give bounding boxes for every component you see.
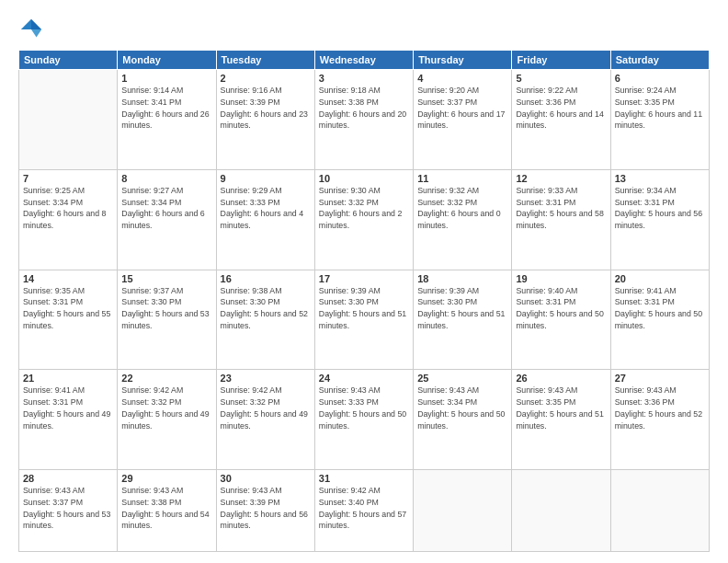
calendar-day-cell: 6Sunrise: 9:24 AM Sunset: 3:35 PM Daylig… <box>610 70 709 170</box>
day-info: Sunrise: 9:43 AM Sunset: 3:37 PM Dayligh… <box>23 485 113 532</box>
calendar-day-cell: 1Sunrise: 9:14 AM Sunset: 3:41 PM Daylig… <box>118 70 216 170</box>
day-info: Sunrise: 9:18 AM Sunset: 3:38 PM Dayligh… <box>319 85 409 132</box>
day-info: Sunrise: 9:29 AM Sunset: 3:33 PM Dayligh… <box>221 185 311 232</box>
day-number: 1 <box>121 73 211 84</box>
calendar-day-cell: 3Sunrise: 9:18 AM Sunset: 3:38 PM Daylig… <box>314 70 413 170</box>
calendar-day-cell: 18Sunrise: 9:39 AM Sunset: 3:30 PM Dayli… <box>414 270 512 370</box>
header <box>18 17 710 42</box>
day-info: Sunrise: 9:41 AM Sunset: 3:31 PM Dayligh… <box>615 285 705 332</box>
day-info: Sunrise: 9:16 AM Sunset: 3:39 PM Dayligh… <box>221 85 311 132</box>
calendar-day-header: Wednesday <box>314 51 413 70</box>
calendar-day-cell: 22Sunrise: 9:42 AM Sunset: 3:32 PM Dayli… <box>118 370 216 470</box>
day-info: Sunrise: 9:24 AM Sunset: 3:35 PM Dayligh… <box>615 85 705 132</box>
day-number: 28 <box>23 473 113 484</box>
calendar-day-cell: 28Sunrise: 9:43 AM Sunset: 3:37 PM Dayli… <box>19 470 118 552</box>
day-number: 25 <box>417 373 507 384</box>
day-number: 30 <box>221 473 311 484</box>
calendar-day-cell: 19Sunrise: 9:40 AM Sunset: 3:31 PM Dayli… <box>512 270 610 370</box>
day-number: 23 <box>221 373 311 384</box>
day-number: 6 <box>615 73 705 84</box>
calendar-day-cell: 13Sunrise: 9:34 AM Sunset: 3:31 PM Dayli… <box>610 169 709 270</box>
day-number: 22 <box>121 373 211 384</box>
calendar-day-cell: 2Sunrise: 9:16 AM Sunset: 3:39 PM Daylig… <box>216 70 314 170</box>
page: SundayMondayTuesdayWednesdayThursdayFrid… <box>0 0 728 563</box>
day-info: Sunrise: 9:43 AM Sunset: 3:33 PM Dayligh… <box>319 385 409 431</box>
calendar-day-cell: 8Sunrise: 9:27 AM Sunset: 3:34 PM Daylig… <box>118 169 216 270</box>
day-info: Sunrise: 9:20 AM Sunset: 3:37 PM Dayligh… <box>417 85 507 132</box>
calendar-day-cell: 12Sunrise: 9:33 AM Sunset: 3:31 PM Dayli… <box>512 169 610 270</box>
calendar-day-cell: 15Sunrise: 9:37 AM Sunset: 3:30 PM Dayli… <box>118 270 216 370</box>
day-number: 26 <box>516 373 606 384</box>
calendar-day-cell: 26Sunrise: 9:43 AM Sunset: 3:35 PM Dayli… <box>512 370 610 470</box>
day-info: Sunrise: 9:33 AM Sunset: 3:31 PM Dayligh… <box>516 185 606 232</box>
day-number: 4 <box>417 73 507 84</box>
day-number: 31 <box>319 473 409 484</box>
calendar-day-cell: 14Sunrise: 9:35 AM Sunset: 3:31 PM Dayli… <box>19 270 118 370</box>
logo-icon <box>18 17 44 42</box>
calendar-table: SundayMondayTuesdayWednesdayThursdayFrid… <box>18 50 710 552</box>
calendar-day-cell: 24Sunrise: 9:43 AM Sunset: 3:33 PM Dayli… <box>314 370 413 470</box>
day-number: 14 <box>23 273 113 284</box>
day-info: Sunrise: 9:32 AM Sunset: 3:32 PM Dayligh… <box>417 185 507 232</box>
day-info: Sunrise: 9:22 AM Sunset: 3:36 PM Dayligh… <box>516 85 606 132</box>
day-info: Sunrise: 9:43 AM Sunset: 3:34 PM Dayligh… <box>417 385 507 431</box>
calendar-day-cell: 5Sunrise: 9:22 AM Sunset: 3:36 PM Daylig… <box>512 70 610 170</box>
day-info: Sunrise: 9:42 AM Sunset: 3:40 PM Dayligh… <box>319 485 409 532</box>
day-number: 17 <box>319 273 409 284</box>
svg-marker-2 <box>21 19 31 29</box>
day-number: 2 <box>221 73 311 84</box>
calendar-week-row: 7Sunrise: 9:25 AM Sunset: 3:34 PM Daylig… <box>19 169 710 270</box>
day-info: Sunrise: 9:43 AM Sunset: 3:35 PM Dayligh… <box>516 385 606 431</box>
calendar-day-header: Saturday <box>610 51 709 70</box>
svg-marker-0 <box>31 19 41 29</box>
calendar-day-cell: 21Sunrise: 9:41 AM Sunset: 3:31 PM Dayli… <box>19 370 118 470</box>
day-info: Sunrise: 9:27 AM Sunset: 3:34 PM Dayligh… <box>121 185 211 232</box>
day-info: Sunrise: 9:39 AM Sunset: 3:30 PM Dayligh… <box>319 285 409 332</box>
day-info: Sunrise: 9:25 AM Sunset: 3:34 PM Dayligh… <box>23 185 113 232</box>
calendar-week-row: 28Sunrise: 9:43 AM Sunset: 3:37 PM Dayli… <box>19 470 710 552</box>
day-number: 8 <box>121 173 211 184</box>
calendar-day-cell: 25Sunrise: 9:43 AM Sunset: 3:34 PM Dayli… <box>414 370 512 470</box>
day-number: 16 <box>221 273 311 284</box>
day-number: 11 <box>417 173 507 184</box>
day-number: 10 <box>319 173 409 184</box>
day-info: Sunrise: 9:14 AM Sunset: 3:41 PM Dayligh… <box>121 85 211 132</box>
calendar-day-cell <box>512 470 610 552</box>
day-info: Sunrise: 9:42 AM Sunset: 3:32 PM Dayligh… <box>221 385 311 431</box>
day-info: Sunrise: 9:43 AM Sunset: 3:38 PM Dayligh… <box>121 485 211 532</box>
calendar-week-row: 21Sunrise: 9:41 AM Sunset: 3:31 PM Dayli… <box>19 370 710 470</box>
day-number: 5 <box>516 73 606 84</box>
calendar-day-cell: 9Sunrise: 9:29 AM Sunset: 3:33 PM Daylig… <box>216 169 314 270</box>
calendar-week-row: 14Sunrise: 9:35 AM Sunset: 3:31 PM Dayli… <box>19 270 710 370</box>
day-info: Sunrise: 9:41 AM Sunset: 3:31 PM Dayligh… <box>23 385 113 431</box>
day-number: 15 <box>121 273 211 284</box>
day-info: Sunrise: 9:39 AM Sunset: 3:30 PM Dayligh… <box>417 285 507 332</box>
day-number: 20 <box>615 273 705 284</box>
calendar-day-cell: 10Sunrise: 9:30 AM Sunset: 3:32 PM Dayli… <box>314 169 413 270</box>
day-info: Sunrise: 9:43 AM Sunset: 3:39 PM Dayligh… <box>221 485 311 532</box>
calendar-day-cell: 31Sunrise: 9:42 AM Sunset: 3:40 PM Dayli… <box>314 470 413 552</box>
calendar-day-header: Monday <box>118 51 216 70</box>
day-info: Sunrise: 9:37 AM Sunset: 3:30 PM Dayligh… <box>121 285 211 332</box>
day-number: 19 <box>516 273 606 284</box>
calendar-day-cell <box>19 70 118 170</box>
day-info: Sunrise: 9:38 AM Sunset: 3:30 PM Dayligh… <box>221 285 311 332</box>
day-number: 7 <box>23 173 113 184</box>
calendar-day-header: Thursday <box>414 51 512 70</box>
day-info: Sunrise: 9:40 AM Sunset: 3:31 PM Dayligh… <box>516 285 606 332</box>
calendar-day-header: Friday <box>512 51 610 70</box>
svg-marker-1 <box>31 29 41 37</box>
calendar-day-cell: 4Sunrise: 9:20 AM Sunset: 3:37 PM Daylig… <box>414 70 512 170</box>
day-number: 3 <box>319 73 409 84</box>
day-number: 21 <box>23 373 113 384</box>
day-number: 18 <box>417 273 507 284</box>
day-number: 13 <box>615 173 705 184</box>
day-info: Sunrise: 9:30 AM Sunset: 3:32 PM Dayligh… <box>319 185 409 232</box>
calendar-week-row: 1Sunrise: 9:14 AM Sunset: 3:41 PM Daylig… <box>19 70 710 170</box>
calendar-day-cell: 7Sunrise: 9:25 AM Sunset: 3:34 PM Daylig… <box>19 169 118 270</box>
calendar-day-cell: 20Sunrise: 9:41 AM Sunset: 3:31 PM Dayli… <box>610 270 709 370</box>
day-number: 9 <box>221 173 311 184</box>
calendar-header-row: SundayMondayTuesdayWednesdayThursdayFrid… <box>19 51 710 70</box>
calendar-day-header: Tuesday <box>216 51 314 70</box>
calendar-day-cell <box>414 470 512 552</box>
